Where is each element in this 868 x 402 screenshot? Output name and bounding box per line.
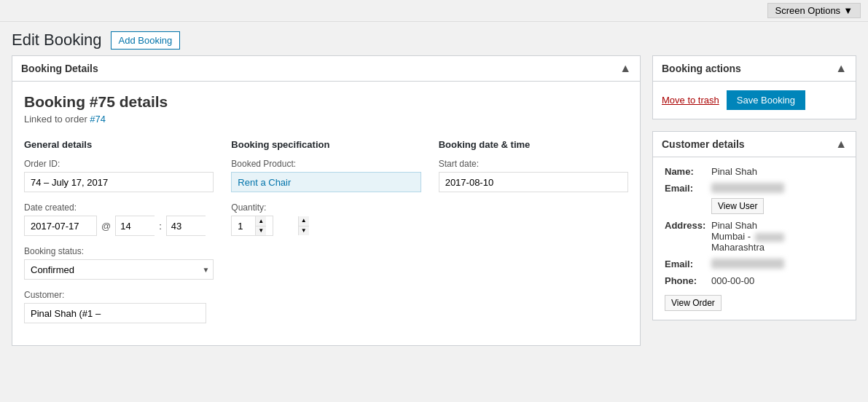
customer-email-label: Email: — [665, 183, 711, 214]
booking-status-select[interactable]: Confirmed Pending Cancelled Paid — [24, 259, 214, 280]
booking-status-field: Booking status: Confirmed Pending Cancel… — [24, 246, 214, 280]
customer-address-value: Pinal Shah Mumbai - Maharashtra — [711, 220, 784, 253]
order-id-input[interactable] — [24, 172, 214, 192]
customer-email-value — [711, 183, 784, 193]
customer-name-label: Name: — [665, 166, 711, 177]
customer-email-area: View User — [711, 183, 784, 214]
view-user-button[interactable]: View User — [711, 198, 764, 214]
linked-order-link[interactable]: #74 — [90, 114, 106, 125]
booked-product-field: Booked Product: — [231, 159, 421, 192]
move-to-trash-link[interactable]: Move to trash — [662, 95, 719, 106]
booking-status-select-wrap: Confirmed Pending Cancelled Paid ▼ — [24, 259, 214, 280]
page-header: Edit Booking Add Booking — [0, 22, 868, 55]
address-line3: Maharashtra — [711, 242, 784, 253]
save-booking-button[interactable]: Save Booking — [727, 90, 805, 110]
start-date-label: Start date: — [439, 159, 628, 169]
screen-options-button[interactable]: Screen Options ▼ — [767, 3, 861, 18]
customer-details-panel-header: Customer details ▲ — [653, 132, 856, 157]
customer-label: Customer: — [24, 290, 214, 300]
customer-details-title: Customer details — [662, 138, 745, 150]
screen-options-chevron: ▼ — [843, 5, 853, 16]
booking-details-body: Booking #75 details Linked to order #74 … — [12, 82, 640, 345]
customer-phone-row: Phone: 000-00-00 — [665, 275, 844, 286]
time-separator: : — [159, 221, 162, 232]
general-details-col: General details Order ID: Date created: … — [24, 139, 214, 334]
customer-name-value: Pinal Shah — [711, 166, 757, 177]
start-date-field: Start date: — [439, 159, 628, 192]
quantity-spinner: ▲ ▼ — [231, 216, 273, 236]
address-line2: Mumbai - — [711, 231, 784, 242]
customer-details-body: Name: Pinal Shah Email: View User Addres… — [653, 157, 856, 320]
customer-field: Customer: — [24, 290, 214, 323]
booking-details-panel: Booking Details ▲ Booking #75 details Li… — [12, 55, 641, 346]
booking-actions-body: Move to trash Save Booking — [653, 82, 856, 119]
add-booking-button[interactable]: Add Booking — [111, 31, 181, 50]
booking-datetime-label: Booking date & time — [439, 139, 628, 150]
booked-product-label: Booked Product: — [231, 159, 421, 169]
customer-address-row: Address: Pinal Shah Mumbai - Maharashtra — [665, 220, 844, 253]
quantity-up-button[interactable]: ▲ — [256, 216, 266, 226]
start-date-input[interactable] — [439, 172, 628, 192]
booked-product-input[interactable] — [231, 172, 421, 192]
right-column: Booking actions ▲ Move to trash Save Boo… — [652, 55, 856, 358]
main-layout: Booking Details ▲ Booking #75 details Li… — [0, 55, 868, 369]
quantity-label: Quantity: — [231, 202, 421, 213]
quantity-field: Quantity: ▲ ▼ — [231, 202, 421, 236]
booking-details-toggle[interactable]: ▲ — [619, 62, 631, 75]
left-column: Booking Details ▲ Booking #75 details Li… — [12, 55, 641, 358]
city-blurred — [755, 233, 784, 242]
quantity-input[interactable] — [232, 216, 255, 235]
customer-phone-label: Phone: — [665, 275, 711, 286]
booking-spec-col: Booking specification Booked Product: Qu… — [231, 139, 421, 334]
minute-spinner: ▲ ▼ — [166, 216, 206, 236]
hour-spinner: ▲ ▼ — [115, 216, 155, 236]
quantity-spinner-buttons: ▲ ▼ — [255, 216, 266, 235]
customer-email2-value — [711, 259, 784, 269]
customer-phone-value: 000-00-00 — [711, 275, 754, 286]
customer-input[interactable] — [24, 303, 206, 323]
customer-address-label: Address: — [665, 220, 711, 253]
view-order-button[interactable]: View Order — [665, 295, 722, 311]
date-created-row: @ ▲ ▼ : — [24, 216, 214, 236]
general-details-label: General details — [24, 139, 214, 150]
booking-actions-toggle[interactable]: ▲ — [835, 62, 847, 75]
top-bar: Screen Options ▼ — [0, 0, 868, 22]
date-created-label: Date created: — [24, 202, 214, 213]
page-title: Edit Booking — [12, 31, 102, 50]
date-created-field: Date created: @ ▲ ▼ — [24, 202, 214, 236]
customer-email-row: Email: View User — [665, 183, 844, 214]
details-grid: General details Order ID: Date created: … — [24, 139, 628, 334]
customer-details-toggle[interactable]: ▲ — [835, 138, 847, 151]
booking-spec-label: Booking specification — [231, 139, 421, 150]
booking-details-title: Booking Details — [21, 63, 98, 74]
booking-actions-panel: Booking actions ▲ Move to trash Save Boo… — [652, 55, 856, 119]
booking-actions-panel-header: Booking actions ▲ — [653, 56, 856, 82]
booking-number-title: Booking #75 details — [24, 93, 628, 111]
booking-actions-title: Booking actions — [662, 63, 741, 74]
date-created-input[interactable] — [24, 216, 97, 236]
quantity-down-button[interactable]: ▼ — [256, 226, 266, 236]
order-id-label: Order ID: — [24, 159, 214, 169]
order-id-field: Order ID: — [24, 159, 214, 192]
at-label: @ — [101, 221, 111, 232]
view-order-area: View Order — [665, 292, 844, 311]
booking-datetime-col: Booking date & time Start date: — [439, 139, 628, 334]
linked-order-text: Linked to order — [24, 114, 87, 125]
linked-order-line: Linked to order #74 — [24, 114, 628, 125]
customer-email2-row: Email: — [665, 259, 844, 269]
customer-name-row: Name: Pinal Shah — [665, 166, 844, 177]
screen-options-label: Screen Options — [775, 5, 841, 16]
customer-details-panel: Customer details ▲ Name: Pinal Shah Emai… — [652, 131, 856, 320]
booking-details-panel-header: Booking Details ▲ — [12, 56, 640, 82]
address-line1: Pinal Shah — [711, 220, 784, 231]
customer-email2-label: Email: — [665, 259, 711, 269]
booking-status-label: Booking status: — [24, 246, 214, 256]
